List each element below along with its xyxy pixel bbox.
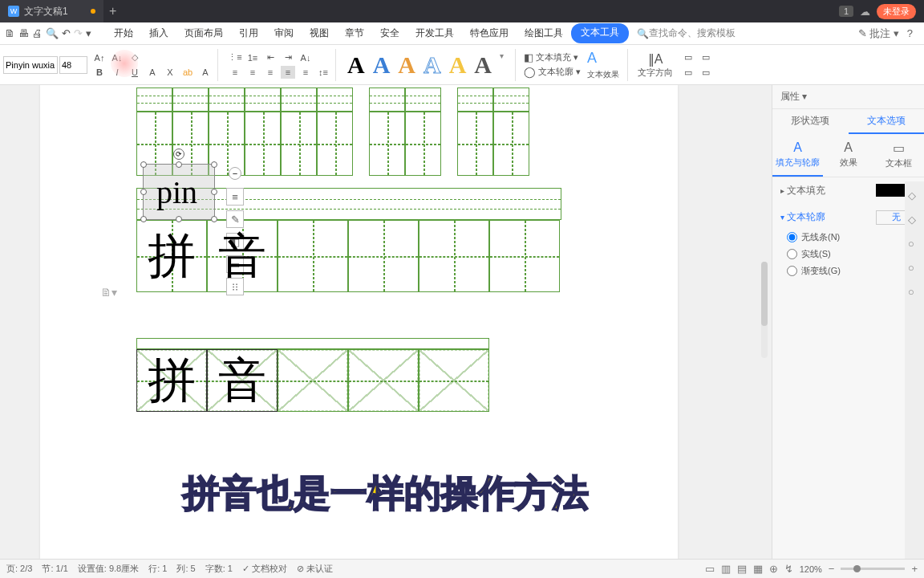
side-tab-icon[interactable]: ○: [908, 238, 921, 250]
undo-icon[interactable]: ↶: [62, 27, 71, 39]
img-align-2-icon[interactable]: ▭: [699, 51, 713, 63]
menu-security[interactable]: 安全: [372, 23, 407, 43]
collapse-icon[interactable]: −: [229, 167, 241, 180]
font-size-select[interactable]: [59, 56, 87, 74]
style-4[interactable]: A: [424, 51, 441, 79]
help-icon[interactable]: ?: [907, 27, 913, 39]
font-color-icon[interactable]: A: [145, 66, 160, 79]
side-tab-icon[interactable]: ○: [908, 286, 921, 299]
distribute-icon[interactable]: ≡: [298, 66, 313, 79]
radio-no-line[interactable]: 无线条(N): [787, 229, 916, 246]
status-page[interactable]: 页: 2/3: [6, 563, 32, 575]
subtab-effects[interactable]: A效果: [823, 134, 873, 177]
resize-handle[interactable]: [140, 216, 147, 222]
side-tab-icon[interactable]: ○: [908, 262, 921, 275]
document-tab[interactable]: W 文字文稿1: [0, 0, 103, 22]
status-cert[interactable]: ⊘ 未认证: [297, 563, 333, 575]
menu-review[interactable]: 审阅: [266, 23, 302, 43]
outline-icon[interactable]: ↯: [784, 563, 793, 575]
style-2[interactable]: A: [373, 51, 391, 79]
subtab-textbox[interactable]: ▭文本框: [873, 134, 924, 177]
status-section[interactable]: 节: 1/1: [42, 563, 67, 575]
menu-layout[interactable]: 页面布局: [176, 23, 231, 43]
zoom-slider[interactable]: [841, 568, 905, 570]
resize-handle[interactable]: [211, 189, 217, 195]
zoom-level[interactable]: 120%: [800, 564, 822, 574]
resize-handle[interactable]: [211, 216, 217, 222]
menu-text-tools[interactable]: 文本工具: [571, 23, 629, 43]
web-icon[interactable]: ⊕: [769, 563, 778, 575]
sort-icon[interactable]: A↓: [298, 51, 313, 64]
img-align-3-icon[interactable]: ▭: [681, 66, 695, 79]
menu-start[interactable]: 开始: [106, 23, 141, 43]
view-mode-2-icon[interactable]: ▥: [721, 563, 731, 575]
radio-gradient-line[interactable]: 渐变线(G): [787, 263, 916, 279]
rotate-handle-icon[interactable]: ⟳: [173, 149, 184, 160]
redo-icon[interactable]: ↷: [74, 27, 83, 39]
annotate-button[interactable]: ✎ 批注 ▾: [858, 26, 899, 41]
layout-options-icon[interactable]: ≡: [226, 188, 244, 206]
indent-inc-icon[interactable]: ⇥: [281, 51, 295, 64]
styles-more-icon[interactable]: ▾: [500, 51, 504, 79]
preview-icon[interactable]: 🔍: [46, 27, 59, 39]
bullets-icon[interactable]: ⋮≡: [228, 51, 242, 64]
zoom-out-icon[interactable]: −: [829, 563, 835, 575]
resize-handle[interactable]: [140, 161, 147, 168]
view-mode-4-icon[interactable]: ▦: [753, 563, 763, 575]
open-icon[interactable]: 🗎: [5, 27, 15, 39]
text-effect-dropdown[interactable]: A: [587, 50, 619, 67]
save-icon[interactable]: 🖶: [18, 27, 29, 39]
resize-handle[interactable]: [176, 161, 182, 168]
resize-handle[interactable]: [140, 189, 147, 195]
print-icon[interactable]: 🖨: [32, 27, 43, 39]
side-tab-icon[interactable]: ◇: [908, 214, 921, 226]
align-justify-icon[interactable]: ≡: [281, 66, 295, 79]
menu-view[interactable]: 视图: [302, 23, 337, 43]
subtab-fill-outline[interactable]: A填充与轮廓: [772, 134, 823, 177]
login-button[interactable]: 未登录: [877, 4, 916, 19]
font-name-select[interactable]: [3, 56, 58, 74]
style-3[interactable]: A: [398, 51, 415, 79]
status-position[interactable]: 设置值: 9.8厘米: [78, 563, 139, 575]
section-text-fill[interactable]: 文本填充: [780, 184, 916, 197]
resize-handle[interactable]: [211, 161, 217, 168]
style-5[interactable]: A: [449, 51, 467, 79]
text-styles-gallery[interactable]: A A A A A A ▾: [341, 51, 510, 79]
status-chars[interactable]: 字数: 1: [205, 563, 233, 575]
cloud-icon[interactable]: ☁: [860, 6, 870, 18]
style-6[interactable]: A: [474, 51, 492, 79]
align-center-icon[interactable]: ≡: [245, 66, 260, 79]
view-mode-3-icon[interactable]: ▤: [737, 563, 747, 575]
view-mode-1-icon[interactable]: ▭: [705, 563, 715, 575]
panel-scrollbar[interactable]: [761, 262, 768, 358]
command-search[interactable]: 🔍 查找命令、搜索模板: [637, 26, 736, 40]
bold-icon[interactable]: B: [92, 66, 107, 79]
strikethrough-icon[interactable]: X: [163, 66, 177, 79]
align-right-icon[interactable]: ≡: [263, 66, 278, 79]
canvas-area[interactable]: 拼 音 ⟳ pin − ≡: [0, 85, 772, 559]
text-outline-dropdown[interactable]: ◯文本轮廓 ▾: [524, 66, 581, 78]
text-direction-button[interactable]: ‖A 文字方向: [633, 51, 678, 79]
numbering-icon[interactable]: 1≡: [245, 51, 260, 64]
menu-draw[interactable]: 绘图工具: [517, 23, 571, 43]
side-tab-icon[interactable]: ◇: [908, 189, 921, 202]
selected-textbox[interactable]: ⟳ pin: [143, 164, 215, 220]
qat-more-icon[interactable]: ▾: [86, 27, 91, 39]
menu-chapter[interactable]: 章节: [337, 23, 372, 43]
resize-handle[interactable]: [176, 216, 182, 222]
img-align-1-icon[interactable]: ▭: [681, 51, 695, 63]
notification-badge[interactable]: 1: [839, 6, 853, 17]
line-spacing-icon[interactable]: ↕≡: [316, 66, 330, 79]
new-tab-button[interactable]: +: [103, 4, 123, 18]
text-fill-dropdown[interactable]: ◧文本填充 ▾: [524, 51, 581, 63]
indent-dec-icon[interactable]: ⇤: [263, 51, 278, 64]
status-col[interactable]: 列: 5: [176, 563, 195, 575]
style-1[interactable]: A: [347, 51, 365, 79]
img-align-4-icon[interactable]: ▭: [699, 66, 713, 79]
radio-solid-line[interactable]: 实线(S): [787, 246, 916, 263]
section-text-outline[interactable]: 文本轮廓无: [780, 210, 916, 224]
status-line[interactable]: 行: 1: [148, 563, 167, 575]
menu-special[interactable]: 特色应用: [462, 23, 517, 43]
menu-dev[interactable]: 开发工具: [407, 23, 462, 43]
status-proof[interactable]: ✓ 文档校对: [242, 563, 287, 575]
